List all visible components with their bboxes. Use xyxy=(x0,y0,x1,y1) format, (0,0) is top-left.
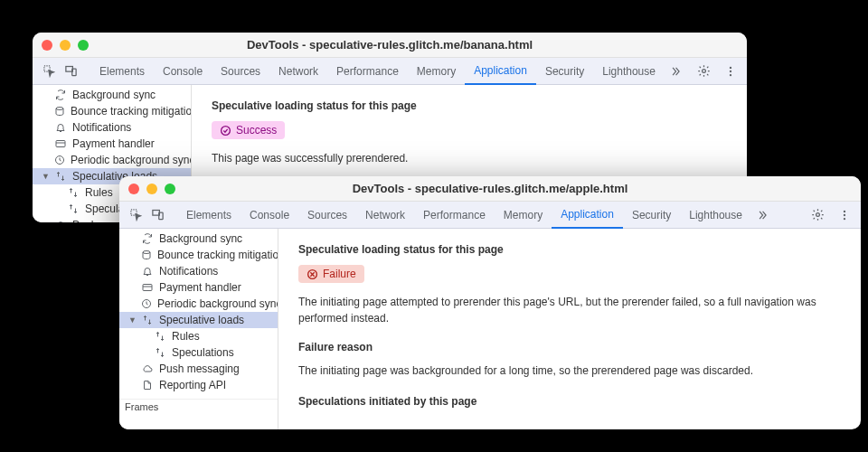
tab-performance[interactable]: Performance xyxy=(414,202,495,229)
sync-icon xyxy=(141,232,154,245)
svg-point-18 xyxy=(143,251,150,254)
status-heading: Speculative loading status for this page xyxy=(212,99,727,112)
document-icon xyxy=(141,379,154,391)
minimize-button[interactable] xyxy=(60,40,71,51)
clock-icon xyxy=(54,154,65,166)
titlebar[interactable]: DevTools - speculative-rules.glitch.me/a… xyxy=(119,176,861,202)
svg-point-16 xyxy=(844,213,845,215)
tab-sources[interactable]: Sources xyxy=(298,202,356,229)
tab-network[interactable]: Network xyxy=(356,202,414,229)
settings-icon[interactable] xyxy=(807,204,828,226)
svg-point-7 xyxy=(56,108,63,110)
svg-point-14 xyxy=(816,213,819,217)
sidebar-item-label: Payment handler xyxy=(72,137,155,150)
arrows-icon xyxy=(67,202,80,215)
arrows-icon xyxy=(141,314,154,326)
status-heading: Speculative loading status for this page xyxy=(298,243,841,256)
maximize-button[interactable] xyxy=(165,184,175,194)
sidebar-item-notifications[interactable]: ▼Notifications xyxy=(33,119,191,136)
sidebar-item-label: Specula xyxy=(85,202,124,215)
sidebar-item-reporting-api[interactable]: ▼Reporting API xyxy=(119,377,278,393)
sidebar-item-label: Periodic background sync xyxy=(157,297,278,310)
svg-rect-8 xyxy=(56,141,65,147)
window-title: DevTools - speculative-rules.glitch.me/a… xyxy=(119,182,861,195)
sidebar-item-rules[interactable]: Rules xyxy=(119,328,278,344)
tab-performance[interactable]: Performance xyxy=(327,58,408,85)
sync-icon xyxy=(54,89,67,101)
sidebar-section-frames: Frames xyxy=(119,399,278,414)
sidebar-item-label: Notifications xyxy=(159,265,218,278)
tab-elements[interactable]: Elements xyxy=(177,202,241,229)
tab-lighthouse[interactable]: Lighthouse xyxy=(593,58,665,85)
tab-elements[interactable]: Elements xyxy=(90,58,154,85)
devtools-tabbar: Elements Console Sources Network Perform… xyxy=(33,58,747,85)
maximize-button[interactable] xyxy=(78,40,89,51)
close-button[interactable] xyxy=(128,184,139,194)
svg-point-6 xyxy=(730,73,731,75)
kebab-menu-icon[interactable] xyxy=(720,61,741,82)
tab-sources[interactable]: Sources xyxy=(212,58,269,85)
tab-network[interactable]: Network xyxy=(269,58,327,85)
titlebar[interactable]: DevTools - speculative-rules.glitch.me/b… xyxy=(33,33,747,58)
close-button[interactable] xyxy=(42,40,52,51)
devtools-window-apple: DevTools - speculative-rules.glitch.me/a… xyxy=(119,176,861,429)
status-description: The initiating page attempted to prerend… xyxy=(298,294,841,326)
sidebar-item-notifications[interactable]: ▼Notifications xyxy=(119,263,278,279)
settings-icon[interactable] xyxy=(693,61,714,82)
status-badge-failure: Failure xyxy=(298,265,364,283)
sidebar-item-periodic-sync[interactable]: ▼Periodic background sync xyxy=(33,152,191,168)
tab-console[interactable]: Console xyxy=(154,58,212,85)
sidebar-item-label: Rules xyxy=(172,330,200,343)
main-content: Speculative loading status for this page… xyxy=(278,229,861,429)
arrows-icon xyxy=(67,186,80,199)
sidebar-item-speculations[interactable]: Speculations xyxy=(119,344,278,361)
sidebar-item-label: Bounce tracking mitigations xyxy=(71,105,192,118)
tab-memory[interactable]: Memory xyxy=(495,202,552,229)
sidebar-item-bounce-tracking[interactable]: ▼Bounce tracking mitigations xyxy=(119,247,278,263)
sidebar-item-payment-handler[interactable]: ▼Payment handler xyxy=(119,279,278,296)
sidebar-item-label: Rules xyxy=(85,186,113,199)
card-icon xyxy=(54,137,67,150)
tab-security[interactable]: Security xyxy=(623,202,680,229)
tab-application[interactable]: Application xyxy=(552,202,623,229)
kebab-menu-icon[interactable] xyxy=(834,204,855,226)
inspect-icon[interactable] xyxy=(125,204,146,226)
sidebar-item-periodic-sync[interactable]: ▼Periodic background sync xyxy=(119,296,278,312)
sidebar-item-label: Bounce tracking mitigations xyxy=(157,249,278,261)
cookie-icon xyxy=(141,249,152,261)
more-tabs-icon[interactable] xyxy=(751,204,773,226)
sidebar-item-label: Speculations xyxy=(172,346,234,359)
tab-application[interactable]: Application xyxy=(465,58,536,85)
error-circle-icon xyxy=(307,268,318,280)
sidebar-item-payment-handler[interactable]: ▼Payment handler xyxy=(33,136,191,152)
svg-point-5 xyxy=(730,70,731,71)
sidebar-item-push-messaging[interactable]: ▼Push messaging xyxy=(119,361,278,377)
sidebar-item-speculative-loads[interactable]: ▼Speculative loads xyxy=(119,312,278,328)
sidebar-item-label: Reporting API xyxy=(159,379,226,391)
tab-console[interactable]: Console xyxy=(241,202,298,229)
svg-point-3 xyxy=(702,70,705,73)
sidebar-item-label: Background sync xyxy=(72,89,156,101)
more-tabs-icon[interactable] xyxy=(665,61,686,82)
card-icon xyxy=(141,281,154,294)
failure-reason-heading: Failure reason xyxy=(298,341,841,353)
inspect-icon[interactable] xyxy=(38,61,60,82)
sidebar-item-background-sync[interactable]: ▼Background sync xyxy=(33,87,191,103)
minimize-button[interactable] xyxy=(146,184,157,194)
sidebar-item-background-sync[interactable]: ▼Background sync xyxy=(119,231,278,247)
svg-rect-19 xyxy=(143,285,152,291)
status-label: Failure xyxy=(323,268,356,280)
sidebar-item-bounce-tracking[interactable]: ▼Bounce tracking mitigations xyxy=(33,103,191,119)
status-label: Success xyxy=(236,124,277,137)
tab-memory[interactable]: Memory xyxy=(408,58,465,85)
arrows-icon xyxy=(54,170,67,183)
chevron-down-icon: ▼ xyxy=(42,172,49,181)
tab-security[interactable]: Security xyxy=(536,58,593,85)
sidebar-item-label: Push mess xyxy=(72,219,126,222)
bell-icon xyxy=(54,121,67,134)
bell-icon xyxy=(141,265,154,278)
sidebar-item-label: Notifications xyxy=(72,121,131,134)
tab-lighthouse[interactable]: Lighthouse xyxy=(680,202,751,229)
device-toolbar-icon[interactable] xyxy=(60,61,81,82)
device-toolbar-icon[interactable] xyxy=(146,204,168,226)
